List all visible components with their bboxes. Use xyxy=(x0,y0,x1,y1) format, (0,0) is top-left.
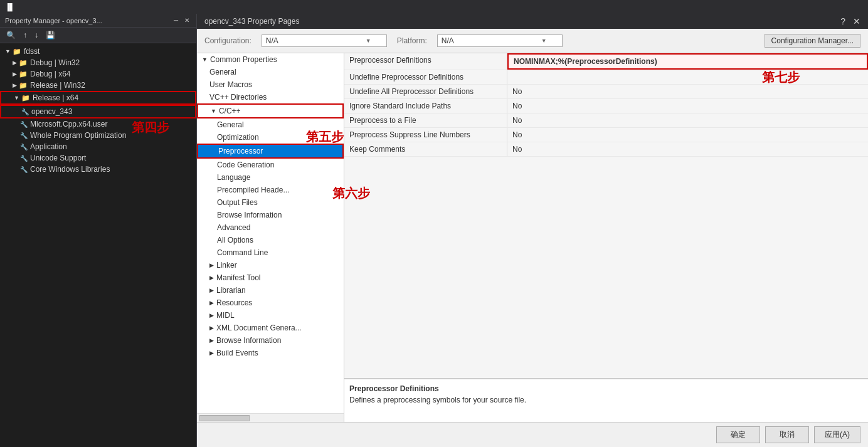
manifest-label: Manifest Tool xyxy=(216,273,260,282)
table-row: Undefine All Preprocessor Definitions No xyxy=(344,85,868,99)
tree-scrollbar-thumb[interactable] xyxy=(199,415,250,421)
close-icon[interactable]: ✕ xyxy=(183,16,191,24)
dialog-close-button[interactable]: ✕ xyxy=(853,16,860,26)
debug-x64-label: Debug | x64 xyxy=(30,70,71,78)
props-tree-librarian[interactable]: ▶ Librarian xyxy=(197,284,344,297)
toolbar-save-icon[interactable]: 💾 xyxy=(43,29,58,41)
props-desc-text: Defines a preprocessing symbols for your… xyxy=(349,396,863,404)
cpp-arrow: ▼ xyxy=(211,108,216,114)
platform-dropdown[interactable]: N/A ▼ xyxy=(437,34,563,47)
props-table: Preprocessor Definitions NOMINMAX;%(Prep… xyxy=(344,53,868,378)
left-panel-title-bar: Property Manager - opencv_3... ─ ✕ xyxy=(0,14,196,28)
props-tree-user-macros[interactable]: User Macros xyxy=(197,78,344,91)
midl-label: MIDL xyxy=(216,311,235,320)
help-button[interactable]: ? xyxy=(840,16,845,26)
tree-item-debug-win32[interactable]: ▶ 📁 Debug | Win32 xyxy=(0,57,196,68)
release-win32-folder-icon: 📁 xyxy=(19,82,28,90)
config-bar: Configuration: N/A ▼ Platform: N/A ▼ Con… xyxy=(197,29,868,53)
platform-dropdown-arrow: ▼ xyxy=(541,38,547,44)
debug-win32-folder-icon: 📁 xyxy=(19,59,28,67)
release-win32-label: Release | Win32 xyxy=(30,81,85,90)
props-tree-all-options[interactable]: All Options xyxy=(197,234,344,246)
props-tree-output-files[interactable]: Output Files xyxy=(197,196,344,209)
debug-win32-label: Debug | Win32 xyxy=(30,58,80,67)
application-label: Application xyxy=(30,142,67,151)
tree-item-release-x64[interactable]: ▼ 📁 Release | x64 xyxy=(0,91,196,105)
props-tree-vc-dirs[interactable]: VC++ Directories xyxy=(197,91,344,103)
general-label: General xyxy=(209,68,236,76)
tree-item-fdsst[interactable]: ▼ 📁 fdsst xyxy=(0,46,196,57)
props-tree-common-props[interactable]: ▼ Common Properties xyxy=(197,53,344,66)
common-props-label: Common Properties xyxy=(210,55,277,64)
prop-value-undefine xyxy=(507,70,868,84)
xml-doc-arrow: ▶ xyxy=(209,325,214,331)
props-tree-browse-info2[interactable]: ▶ Browse Information xyxy=(197,334,344,347)
props-tree-midl[interactable]: ▶ MIDL xyxy=(197,309,344,322)
props-tree-language[interactable]: Language xyxy=(197,171,344,184)
ok-button[interactable]: 确定 xyxy=(716,426,760,443)
resources-arrow: ▶ xyxy=(209,300,214,306)
tree-item-release-win32[interactable]: ▶ 📁 Release | Win32 xyxy=(0,80,196,91)
toolbar-search-icon[interactable]: 🔍 xyxy=(4,29,18,41)
props-tree-build-events[interactable]: ▶ Build Events xyxy=(197,347,344,359)
right-panel-title: opencv_343 Property Pages xyxy=(204,17,299,26)
debug-x64-arrow: ▶ xyxy=(13,71,17,77)
command-line-label: Command Line xyxy=(217,248,268,257)
props-tree-code-gen[interactable]: Code Generation xyxy=(197,159,344,171)
language-label: Language xyxy=(217,173,250,182)
cpp-label: C/C++ xyxy=(219,107,241,115)
props-tree-linker[interactable]: ▶ Linker xyxy=(197,259,344,271)
user-macros-label: User Macros xyxy=(209,80,252,89)
props-tree-general[interactable]: General xyxy=(197,66,344,78)
tree-item-unicode[interactable]: 🔧 Unicode Support xyxy=(0,152,196,164)
tree-item-application[interactable]: 🔧 Application xyxy=(0,141,196,152)
prop-value-preprocessor-defs: NOMINMAX;%(PreprocessorDefinitions) xyxy=(507,53,868,70)
opencv343-label: opencv_343 xyxy=(31,107,72,116)
apply-button[interactable]: 应用(A) xyxy=(814,426,860,443)
fdsst-label: fdsst xyxy=(24,47,40,56)
props-tree-cpp-general[interactable]: General xyxy=(197,118,344,131)
all-options-label: All Options xyxy=(217,236,253,245)
config-dropdown[interactable]: N/A ▼ xyxy=(262,34,387,47)
whole-prog-wrench-icon: 🔧 xyxy=(20,132,28,139)
props-tree-optimization[interactable]: Optimization xyxy=(197,131,344,144)
prop-value-undefine-all: No xyxy=(507,85,868,98)
whole-prog-label: Whole Program Optimization xyxy=(30,131,126,140)
props-tree-manifest-tool[interactable]: ▶ Manifest Tool xyxy=(197,271,344,284)
prop-name-ignore-std: Ignore Standard Include Paths xyxy=(344,99,507,113)
microsoft-cpp-wrench-icon: 🔧 xyxy=(20,121,28,128)
props-tree-cpp[interactable]: ▼ C/C++ xyxy=(197,103,344,118)
pin-icon[interactable]: ─ xyxy=(172,16,180,24)
browse-info-label: Browse Information xyxy=(217,211,282,219)
tree-item-debug-x64[interactable]: ▶ 📁 Debug | x64 xyxy=(0,68,196,80)
toolbar-up-icon[interactable]: ↑ xyxy=(21,29,29,41)
linker-arrow: ▶ xyxy=(209,262,214,268)
props-tree-preprocessor[interactable]: Preprocessor xyxy=(197,144,344,159)
browse-info2-arrow: ▶ xyxy=(209,337,214,344)
content-area: ▼ Common Properties General User Macros … xyxy=(197,53,868,422)
platform-label: Platform: xyxy=(397,36,427,45)
tree-item-core-windows[interactable]: 🔧 Core Windows Libraries xyxy=(0,164,196,175)
prop-name-preprocessor-defs: Preprocessor Definitions xyxy=(344,53,507,70)
props-tree-browse-info[interactable]: Browse Information xyxy=(197,209,344,221)
prop-name-undefine-all: Undefine All Preprocessor Definitions xyxy=(344,85,507,98)
opencv343-wrench-icon: 🔧 xyxy=(21,108,29,115)
props-tree-xml-doc[interactable]: ▶ XML Document Genera... xyxy=(197,322,344,334)
right-panel: opencv_343 Property Pages ? ✕ Configurat… xyxy=(197,14,868,447)
cancel-button[interactable]: 取消 xyxy=(765,426,809,443)
prop-value-keep-comments: No xyxy=(507,142,868,156)
toolbar-down-icon[interactable]: ↓ xyxy=(32,29,41,41)
config-manager-button[interactable]: Configuration Manager... xyxy=(765,34,860,48)
prop-name-preprocess-suppress: Preprocess Suppress Line Numbers xyxy=(344,128,507,142)
props-tree-precompiled[interactable]: Precompiled Heade... xyxy=(197,184,344,196)
props-tree-advanced[interactable]: Advanced xyxy=(197,221,344,234)
tree-item-opencv343[interactable]: 🔧 opencv_343 xyxy=(0,105,196,118)
tree-scrollbar[interactable] xyxy=(197,413,344,422)
tree-item-whole-prog[interactable]: 🔧 Whole Program Optimization xyxy=(0,130,196,141)
release-x64-arrow: ▼ xyxy=(14,95,19,101)
tree-item-microsoft-cpp[interactable]: 🔧 Microsoft.Cpp.x64.user xyxy=(0,118,196,130)
props-tree-command-line[interactable]: Command Line xyxy=(197,246,344,259)
props-tree-resources[interactable]: ▶ Resources xyxy=(197,297,344,309)
manifest-arrow: ▶ xyxy=(209,275,214,281)
core-windows-wrench-icon: 🔧 xyxy=(20,166,28,173)
